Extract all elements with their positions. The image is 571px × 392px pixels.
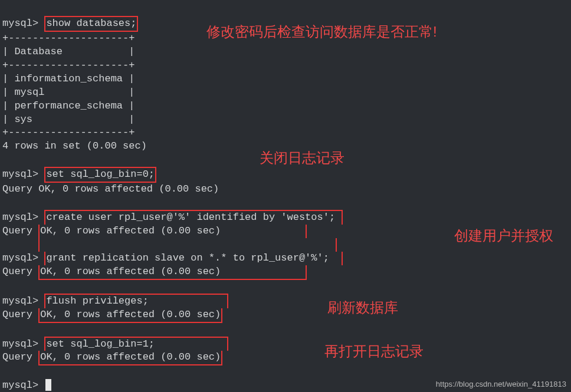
query-ok: Query OK, 0 rows affected (0.00 sec)	[2, 183, 219, 195]
prompt: mysql>	[2, 212, 44, 223]
cmd-show-databases: show databases;	[44, 16, 138, 32]
cursor[interactable]	[45, 379, 51, 391]
annotation-check-db: 修改密码后检查访问数据库是否正常!	[206, 22, 437, 41]
annotation-reopen-log: 再打开日志记录	[324, 342, 424, 361]
query-ok-left: Query	[2, 309, 38, 320]
blank-box	[38, 238, 337, 252]
query-ok-left: Query	[2, 225, 38, 236]
annotation-close-log: 关闭日志记录	[260, 149, 344, 167]
query-ok-mid: OK, 0 rows affected (0.00 sec)	[38, 225, 307, 238]
annotation-refresh-db: 刷新数据库	[327, 298, 398, 317]
query-ok-mid: OK, 0 rows affected (0.00 sec)	[38, 351, 222, 365]
prompt: mysql>	[2, 169, 44, 180]
table-border: +--------------------+	[2, 32, 134, 44]
table-row: | mysql |	[2, 87, 134, 98]
cmd-grant: grant replication slave on *.* to rpl_us…	[44, 252, 343, 265]
prompt: mysql>	[2, 380, 44, 391]
cmd-flush-privileges: flush privileges;	[44, 294, 228, 308]
prompt: mysql>	[2, 252, 44, 263]
cmd-create-user: create user rpl_user@'%' identified by '…	[44, 210, 343, 225]
cmd-set-log-bin-0: set sql_log_bin=0;	[44, 167, 156, 183]
query-ok-left: Query	[2, 266, 38, 277]
prompt: mysql>	[2, 18, 44, 29]
table-row: | performance_schema |	[2, 100, 134, 111]
query-ok-mid: OK, 0 rows affected (0.00 sec)	[38, 265, 307, 280]
table-row: | sys |	[2, 114, 134, 125]
terminal-output: mysql> show databases; +----------------…	[0, 0, 571, 392]
table-border: +--------------------+	[2, 60, 134, 71]
annotation-create-user: 创建用户并授权	[454, 226, 553, 245]
cmd-set-log-bin-1: set sql_log_bin=1;	[44, 337, 228, 351]
prompt: mysql>	[2, 295, 44, 307]
query-ok-left: Query	[2, 351, 38, 363]
watermark: https://blog.csdn.net/weixin_41191813	[436, 379, 566, 390]
table-header: | Database |	[2, 46, 134, 57]
query-ok-mid: OK, 0 rows affected (0.00 sec)	[38, 308, 222, 323]
prompt: mysql>	[2, 338, 44, 350]
rows-in-set: 4 rows in set (0.00 sec)	[2, 140, 147, 151]
table-border: +--------------------+	[2, 127, 134, 138]
table-row: | information_schema |	[2, 73, 134, 84]
